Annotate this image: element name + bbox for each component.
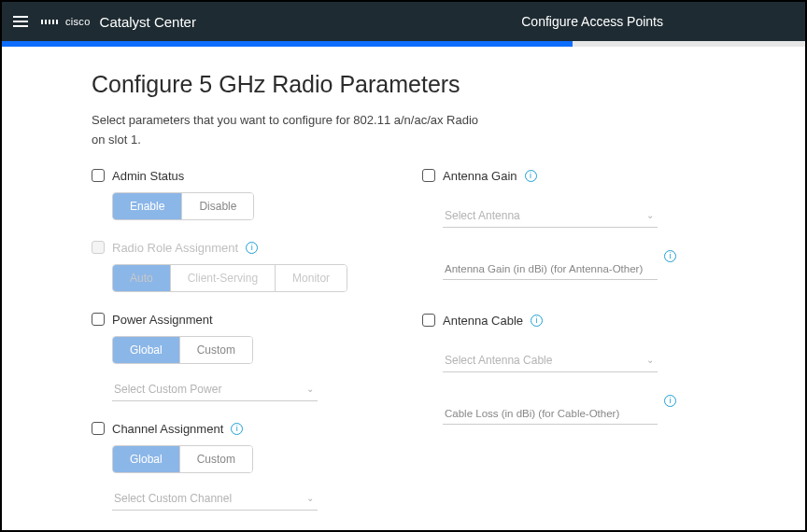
power-checkbox[interactable]	[92, 313, 105, 326]
info-icon[interactable]: i	[664, 395, 676, 407]
antenna-gain-label: Antenna Gain	[443, 169, 517, 183]
page-context-title: Configure Access Points	[521, 14, 663, 29]
app-header: cisco Catalyst Center Configure Access P…	[2, 2, 805, 41]
admin-status-section: Admin Status Enable Disable	[92, 169, 385, 220]
power-custom-button[interactable]: Custom	[180, 337, 252, 363]
power-label: Power Assignment	[112, 313, 213, 327]
antenna-gain-section: Antenna Gain i Select Antenna ⌄ Antenna …	[422, 169, 715, 280]
info-icon[interactable]: i	[231, 423, 243, 435]
radio-role-label: Radio Role Assignment	[112, 241, 238, 255]
cable-select-placeholder: Select Antenna Cable	[445, 354, 552, 367]
radio-role-section: Radio Role Assignment i Auto Client-Serv…	[92, 241, 385, 292]
power-select-placeholder: Select Custom Power	[114, 383, 221, 396]
power-toggle: Global Custom	[112, 336, 253, 364]
channel-select-placeholder: Select Custom Channel	[114, 492, 232, 505]
info-icon[interactable]: i	[664, 250, 676, 262]
channel-checkbox[interactable]	[92, 422, 105, 435]
antenna-cable-select[interactable]: Select Antenna Cable ⌄	[443, 348, 658, 372]
radio-role-auto-button: Auto	[113, 265, 171, 291]
chevron-down-icon: ⌄	[306, 384, 314, 394]
left-column: Admin Status Enable Disable Radio Role A…	[92, 169, 385, 531]
radio-role-client-button: Client-Serving	[171, 265, 276, 291]
page-description: Select parameters that you want to confi…	[92, 111, 493, 150]
cisco-logo-text: cisco	[65, 17, 91, 27]
chevron-down-icon: ⌄	[646, 355, 654, 365]
admin-status-enable-button[interactable]: Enable	[113, 193, 182, 219]
antenna-cable-section: Antenna Cable i Select Antenna Cable ⌄ C…	[422, 314, 715, 425]
channel-custom-button[interactable]: Custom	[180, 446, 252, 472]
right-column: Antenna Gain i Select Antenna ⌄ Antenna …	[422, 169, 715, 531]
main-content: Configure 5 GHz Radio Parameters Select …	[2, 47, 805, 532]
antenna-gain-checkbox[interactable]	[422, 169, 435, 182]
channel-toggle: Global Custom	[112, 445, 253, 473]
antenna-select-placeholder: Select Antenna	[445, 209, 520, 222]
page-title: Configure 5 GHz Radio Parameters	[92, 71, 715, 98]
antenna-cable-checkbox[interactable]	[422, 314, 435, 327]
cisco-logo-icon	[41, 20, 58, 24]
info-icon[interactable]: i	[246, 242, 258, 254]
antenna-gain-input[interactable]: Antenna Gain (in dBi) (for Antenna-Other…	[443, 259, 658, 280]
admin-status-toggle: Enable Disable	[112, 192, 254, 220]
power-global-button[interactable]: Global	[113, 337, 180, 363]
channel-global-button[interactable]: Global	[113, 446, 180, 472]
antenna-select[interactable]: Select Antenna ⌄	[443, 203, 658, 228]
product-name: Catalyst Center	[100, 14, 196, 30]
power-select[interactable]: Select Custom Power ⌄	[112, 377, 318, 401]
admin-status-disable-button[interactable]: Disable	[182, 193, 253, 219]
channel-label: Channel Assignment	[112, 422, 223, 436]
admin-status-checkbox[interactable]	[92, 169, 105, 182]
channel-select[interactable]: Select Custom Channel ⌄	[112, 486, 318, 511]
radio-role-toggle: Auto Client-Serving Monitor	[112, 264, 347, 292]
power-assignment-section: Power Assignment Global Custom Select Cu…	[92, 313, 385, 401]
radio-role-monitor-button: Monitor	[276, 265, 347, 291]
channel-assignment-section: Channel Assignment i Global Custom Selec…	[92, 422, 385, 511]
radio-role-checkbox	[92, 241, 105, 254]
antenna-cable-label: Antenna Cable	[443, 314, 523, 328]
admin-status-label: Admin Status	[112, 169, 184, 183]
chevron-down-icon: ⌄	[646, 210, 654, 220]
info-icon[interactable]: i	[531, 315, 543, 327]
info-icon[interactable]: i	[525, 170, 537, 182]
chevron-down-icon: ⌄	[306, 493, 314, 503]
menu-icon[interactable]	[13, 16, 28, 27]
cable-loss-input[interactable]: Cable Loss (in dBi) (for Cable-Other) i	[443, 404, 658, 425]
progress-bar	[2, 41, 805, 47]
